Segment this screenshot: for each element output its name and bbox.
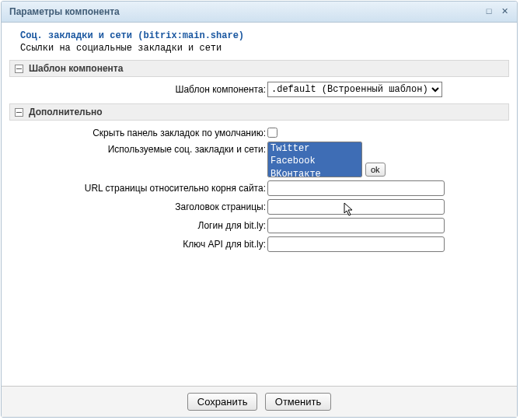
section-template-header[interactable]: Шаблон компонента (9, 60, 509, 77)
page-title-input[interactable] (267, 199, 445, 215)
component-params-dialog: Параметры компонента □ ✕ Соц. закладки и… (1, 1, 518, 418)
close-icon[interactable]: ✕ (498, 6, 511, 17)
section-extra-title: Дополнительно (29, 107, 103, 117)
component-name: Соц. закладки и сети (bitrix:main.share) (20, 30, 509, 41)
bitly-apikey-input[interactable] (267, 236, 445, 252)
param-template: Шаблон компонента: .default (Встроенный … (9, 82, 509, 97)
param-url: URL страницы относительно корня сайта: (9, 180, 509, 196)
param-services: Используемые соц. закладки и сети: Twitt… (9, 142, 509, 177)
label-page-title: Заголовок страницы: (9, 199, 267, 212)
param-bitly-login: Логин для bit.ly: (9, 218, 509, 233)
label-bitly-login: Логин для bit.ly: (9, 218, 267, 231)
collapse-icon[interactable] (15, 108, 23, 117)
label-bitly-apikey: Ключ API для bit.ly: (9, 236, 267, 250)
dialog-title: Параметры компонента (9, 6, 480, 17)
cancel-button[interactable]: Отменить (265, 393, 331, 411)
bitly-login-input[interactable] (267, 218, 445, 233)
url-input[interactable] (267, 180, 445, 196)
services-ok-button[interactable]: ok (365, 163, 386, 177)
param-hide-panel: Скрыть панель закладок по умолчанию: (9, 125, 509, 138)
maximize-icon[interactable]: □ (483, 6, 495, 17)
label-url: URL страницы относительно корня сайта: (9, 180, 267, 194)
section-extra: Дополнительно Скрыть панель закладок по … (9, 103, 509, 252)
section-extra-header[interactable]: Дополнительно (9, 103, 509, 121)
dialog-titlebar: Параметры компонента □ ✕ (2, 2, 517, 23)
section-template-title: Шаблон компонента (29, 63, 123, 74)
label-hide-panel: Скрыть панель закладок по умолчанию: (9, 125, 267, 138)
label-template: Шаблон компонента: (9, 82, 267, 95)
save-button[interactable]: Сохранить (187, 393, 258, 411)
param-page-title: Заголовок страницы: (9, 199, 509, 215)
hide-panel-checkbox[interactable] (267, 128, 277, 138)
collapse-icon[interactable] (15, 65, 23, 73)
template-select[interactable]: .default (Встроенный шаблон) (267, 82, 442, 97)
services-multiselect[interactable]: Twitter Facebook ВКонтакте (267, 142, 362, 177)
component-description: Ссылки на социальные закладки и сети (20, 43, 509, 54)
section-template: Шаблон компонента Шаблон компонента: .de… (9, 60, 509, 97)
label-services: Используемые соц. закладки и сети: (9, 142, 267, 155)
param-bitly-apikey: Ключ API для bit.ly: (9, 236, 509, 252)
dialog-body: Соц. закладки и сети (bitrix:main.share)… (2, 23, 517, 386)
dialog-footer: Сохранить Отменить (2, 386, 517, 417)
